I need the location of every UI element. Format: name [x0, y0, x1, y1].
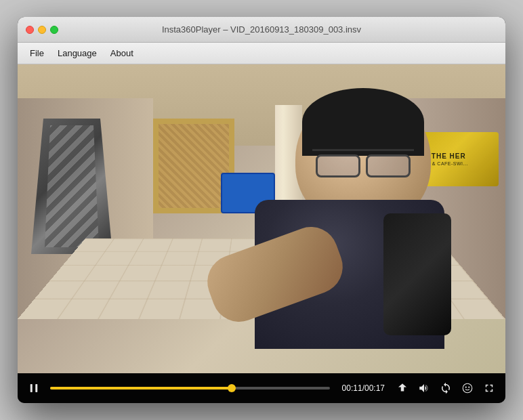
rotate-icon — [440, 382, 452, 394]
volume-icon — [418, 382, 430, 394]
vr-button[interactable] — [459, 380, 476, 396]
menu-language[interactable]: Language — [51, 45, 104, 61]
vr-icon — [461, 382, 474, 394]
controls-bar: 00:11/00:17 — [18, 373, 505, 403]
share-button[interactable] — [394, 380, 411, 396]
time-total: 00:17 — [364, 383, 385, 393]
video-area[interactable]: O THE HER STA & CAFE-SWI... — [18, 64, 505, 373]
play-pause-button[interactable] — [26, 380, 42, 396]
pause-icon — [28, 382, 40, 394]
person-glasses — [312, 149, 414, 176]
video-scene: O THE HER STA & CAFE-SWI... — [18, 64, 505, 373]
svg-point-2 — [463, 383, 472, 393]
maximize-button[interactable] — [50, 26, 58, 34]
close-button[interactable] — [26, 26, 34, 34]
svg-point-3 — [465, 386, 467, 387]
svg-rect-0 — [30, 384, 33, 392]
minimize-button[interactable] — [38, 26, 46, 34]
window-title: Insta360Player – VID_20160913_180309_003… — [162, 24, 361, 35]
scene-person — [207, 91, 451, 349]
person-hair — [302, 88, 424, 156]
svg-rect-1 — [35, 384, 37, 392]
app-window: Insta360Player – VID_20160913_180309_003… — [18, 17, 505, 403]
menu-about[interactable]: About — [104, 45, 140, 61]
title-bar: Insta360Player – VID_20160913_180309_003… — [18, 17, 505, 43]
fullscreen-icon — [483, 382, 495, 394]
volume-button[interactable] — [416, 380, 432, 396]
time-display: 00:11/00:17 — [342, 383, 385, 393]
scene-escalator — [31, 119, 112, 254]
traffic-lights — [26, 26, 58, 34]
fullscreen-button[interactable] — [481, 380, 497, 396]
rotate-button[interactable] — [438, 380, 454, 396]
menu-bar: File Language About — [18, 43, 505, 64]
video-frame: O THE HER STA & CAFE-SWI... — [18, 64, 505, 373]
progress-bar[interactable] — [50, 387, 330, 390]
svg-point-4 — [468, 386, 469, 387]
escalator-steps — [45, 125, 99, 247]
person-backpack — [383, 213, 451, 335]
share-icon — [396, 382, 409, 394]
progress-thumb[interactable] — [228, 384, 236, 392]
progress-fill — [50, 387, 232, 390]
menu-file[interactable]: File — [23, 45, 51, 61]
time-current: 00:11 — [342, 383, 362, 393]
